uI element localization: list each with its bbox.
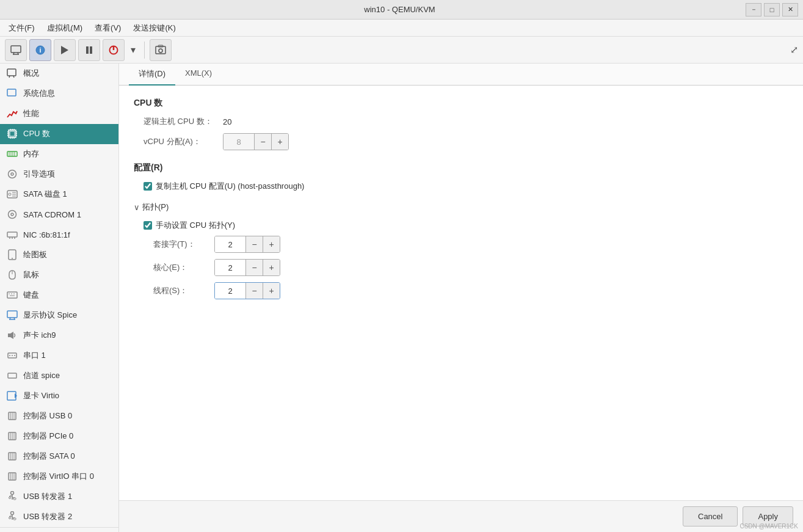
info-icon: i [35, 45, 46, 56]
vcpu-increment-button[interactable]: + [271, 134, 288, 150]
sidebar-item-cpu[interactable]: CPU 数 [0, 124, 118, 144]
svg-point-100 [9, 517, 11, 519]
sidebar-item-usb2[interactable]: USB 转发器 2 [0, 507, 118, 527]
svg-rect-14 [7, 69, 16, 76]
video-icon [6, 390, 18, 402]
svg-rect-68 [8, 373, 16, 378]
bottom-bar: Cancel Apply [119, 500, 803, 532]
sockets-increment-button[interactable]: + [263, 236, 280, 252]
sidebar-item-sata1[interactable]: SATA 磁盘 1 [0, 184, 118, 205]
maximize-button[interactable]: □ [764, 3, 780, 16]
sidebar-item-tablet[interactable]: 绘图板 [0, 245, 118, 265]
sidebar-footer: 添加硬件(D) [0, 527, 118, 532]
play-button[interactable] [54, 39, 76, 61]
sidebar-item-usb1[interactable]: USB 转发器 1 [0, 487, 118, 507]
manual-topology-row: 手动设置 CPU 拓扑(Y) [134, 220, 788, 231]
topology-title: 拓扑(P) [142, 202, 169, 213]
cores-decrement-button[interactable]: − [245, 260, 263, 275]
monitor-button[interactable] [5, 39, 27, 61]
manual-topology-checkbox[interactable] [144, 221, 152, 230]
memory-icon [6, 148, 18, 160]
vcpu-input[interactable] [223, 134, 254, 150]
nic-icon [6, 228, 18, 241]
menu-view[interactable]: 查看(V) [89, 20, 127, 36]
svg-marker-6 [61, 46, 68, 54]
sidebar-item-ctrl-pcie[interactable]: 控制器 PCIe 0 [0, 426, 118, 446]
ctrl-pcie-icon [6, 430, 18, 442]
vcpu-decrement-button[interactable]: − [254, 134, 271, 150]
sysinfo-icon [6, 87, 18, 100]
overview-icon [6, 67, 18, 79]
close-button[interactable]: ✕ [782, 3, 798, 16]
sidebar-item-nic[interactable]: NIC :6b:81:1f [0, 225, 118, 245]
menu-sendkey[interactable]: 发送按键(K) [127, 20, 181, 36]
svg-rect-53 [7, 292, 17, 298]
power-icon [108, 45, 119, 56]
threads-input[interactable] [215, 283, 245, 299]
cores-increment-button[interactable]: + [263, 260, 280, 275]
sidebar-item-ctrl-sata[interactable]: 控制器 SATA 0 [0, 446, 118, 467]
sidebar-item-display[interactable]: 显示协议 Spice [0, 305, 118, 326]
menu-file[interactable]: 文件(F) [2, 20, 41, 36]
tab-detail[interactable]: 详情(D) [129, 64, 175, 86]
sidebar-item-perf[interactable]: 性能 [0, 104, 118, 124]
cpu-icon [6, 128, 18, 140]
pause-button[interactable] [78, 39, 100, 61]
tab-xml[interactable]: XML(X) [175, 64, 222, 86]
config-section-title: 配置(R) [134, 162, 788, 173]
sidebar-item-serial[interactable]: 串口 1 [0, 346, 118, 366]
logical-cpu-row: 逻辑主机 CPU 数： 20 [134, 116, 788, 127]
vcpu-spinner: − + [223, 133, 289, 150]
sidebar-item-mouse[interactable]: 鼠标 [0, 265, 118, 285]
sidebar-item-overview[interactable]: 概况 [0, 64, 118, 84]
sidebar-item-boot[interactable]: 引导选项 [0, 164, 118, 184]
sidebar-item-sysinfo[interactable]: 系统信息 [0, 84, 118, 104]
svg-point-51 [12, 258, 13, 259]
menu-vm[interactable]: 虚拟机(M) [41, 20, 89, 36]
manual-topology-label[interactable]: 手动设置 CPU 拓扑(Y) [156, 220, 235, 231]
sidebar-item-ctrl-virtio[interactable]: 控制器 VirtIO 串口 0 [0, 467, 118, 487]
info-button[interactable]: i [29, 39, 51, 61]
svg-rect-46 [7, 232, 17, 237]
serial-icon [6, 349, 18, 362]
toolbar: i ▾ ⤢ [0, 37, 803, 64]
sidebar-item-kbd[interactable]: 键盘 [0, 285, 118, 305]
ctrl-sata-icon [6, 450, 18, 462]
svg-point-45 [11, 213, 13, 216]
threads-increment-button[interactable]: + [263, 283, 280, 299]
svg-rect-8 [90, 46, 92, 54]
sidebar-item-ctrl-usb[interactable]: 控制器 USB 0 [0, 406, 118, 426]
power-dropdown-button[interactable]: ▾ [127, 39, 139, 61]
menubar: 文件(F) 虚拟机(M) 查看(V) 发送按键(K) [0, 20, 803, 37]
topology-collapse-button[interactable]: ∨ [134, 203, 140, 212]
svg-rect-17 [7, 89, 16, 96]
screenshot-button[interactable] [150, 39, 172, 61]
svg-point-67 [14, 355, 15, 356]
ctrl-usb-icon [6, 410, 18, 422]
copy-cpu-row: 复制主机 CPU 配置(U) (host-passthrough) [134, 181, 788, 192]
svg-text:i: i [39, 46, 41, 54]
copy-cpu-label[interactable]: 复制主机 CPU 配置(U) (host-passthrough) [156, 181, 304, 192]
cdrom1-icon [6, 208, 18, 220]
sidebar-item-memory[interactable]: 内存 [0, 144, 118, 164]
sidebar-item-video[interactable]: 显卡 Virtio [0, 386, 118, 406]
usb1-icon [6, 490, 18, 503]
sockets-input[interactable] [215, 236, 245, 252]
sata1-icon [6, 188, 18, 200]
window-controls: － □ ✕ [746, 3, 798, 16]
watermark: CSDN @MAVER1CK [739, 523, 798, 530]
sidebar-item-channel[interactable]: 信道 spice [0, 366, 118, 386]
svg-point-13 [159, 49, 162, 53]
usb2-icon [6, 511, 18, 523]
sidebar-item-sound[interactable]: 声卡 ich9 [0, 326, 118, 346]
cores-input[interactable] [215, 260, 245, 275]
svg-marker-63 [10, 332, 13, 339]
sidebar-item-cdrom1[interactable]: SATA CDROM 1 [0, 205, 118, 225]
power-button[interactable] [103, 39, 125, 61]
minimize-button[interactable]: － [746, 3, 761, 16]
expand-button[interactable]: ⤢ [790, 44, 798, 56]
threads-decrement-button[interactable]: − [245, 283, 263, 299]
copy-cpu-checkbox[interactable] [144, 182, 152, 191]
cancel-button[interactable]: Cancel [683, 506, 738, 527]
sockets-decrement-button[interactable]: − [245, 236, 263, 252]
